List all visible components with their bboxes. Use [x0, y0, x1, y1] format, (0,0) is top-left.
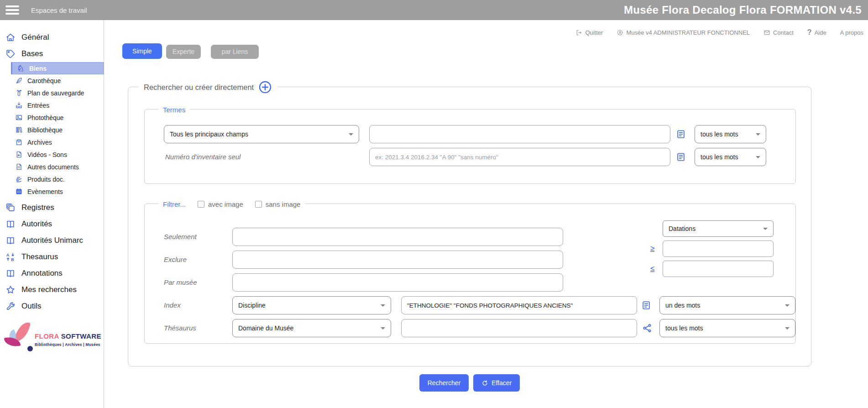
question-mark-icon: ?	[807, 28, 812, 37]
exclude-label: Exclure	[164, 251, 187, 269]
index-list-picker-icon[interactable]	[676, 129, 686, 140]
inventory-number-input[interactable]	[369, 148, 670, 166]
chevron-down-icon	[349, 133, 353, 136]
thesaurus-value-input[interactable]	[401, 319, 637, 337]
index-label: Index	[164, 296, 181, 314]
document-icon	[15, 163, 23, 171]
sidebar-item-autres-documents[interactable]: Autres documents	[11, 161, 104, 173]
sidebar-item-label: Autorités	[21, 220, 52, 229]
sidebar-item-label: Entrées	[27, 102, 49, 109]
sidebar-item-label: Général	[21, 33, 49, 42]
sidebar: Général Bases ♘ Biens Carothèque Plan de…	[0, 20, 104, 408]
by-museum-label: Par musée	[164, 273, 197, 292]
search-button[interactable]: Rechercher	[419, 374, 469, 392]
chevron-down-icon	[785, 304, 790, 307]
tab-simple[interactable]: Simple	[122, 43, 162, 59]
inbox-download-icon	[15, 101, 23, 109]
hierarchy-share-icon[interactable]	[642, 323, 652, 334]
sidebar-item-label: Carothèque	[27, 77, 61, 84]
workspace-label[interactable]: Espaces de travail	[31, 6, 87, 14]
menu-icon[interactable]	[5, 5, 19, 15]
logout-icon	[575, 29, 582, 36]
sidebar-item-entrees[interactable]: Entrées	[11, 99, 104, 111]
thesaurus-match-mode-select[interactable]: tous les mots	[659, 319, 795, 337]
feather-icon	[15, 77, 23, 84]
wrench-icon	[5, 301, 16, 311]
panel-legend-label: Rechercher ou créer directement	[144, 83, 254, 92]
svg-text:B: B	[11, 257, 14, 262]
add-record-button[interactable]	[258, 80, 272, 94]
chevron-down-icon	[381, 327, 385, 330]
sidebar-item-label: Thesaurus	[21, 252, 58, 262]
filter-legend: Filtrer... avec image sans image	[158, 199, 305, 209]
sidebar-item-annotations[interactable]: Annotations	[0, 265, 104, 282]
sidebar-item-phototheque[interactable]: Photothèque	[11, 111, 104, 124]
sidebar-item-autorites[interactable]: Autorités	[0, 216, 104, 232]
sidebar-item-produits-doc[interactable]: Produits doc.	[11, 173, 104, 185]
sidebar-item-thesaurus[interactable]: AB Thesaurus	[0, 249, 104, 265]
main-search-input[interactable]	[369, 125, 670, 143]
sidebar-item-label: Archives	[27, 139, 52, 146]
utility-bar: Quitter Musée v4 ADMINISTRATEUR FONCTION…	[104, 26, 863, 38]
tab-experte[interactable]: Experte	[166, 45, 201, 59]
datation-min-input[interactable]	[663, 241, 774, 257]
by-museum-input[interactable]	[232, 273, 563, 292]
sidebar-item-label: Photothèque	[27, 114, 63, 121]
chevron-down-icon	[756, 133, 760, 136]
inventory-number-label: Numéro d'inventaire seul	[165, 148, 241, 166]
sidebar-item-label: Plan de sauvegarde	[27, 89, 84, 97]
logo-brand-secondary: SOFTWARE	[61, 332, 101, 340]
sidebar-item-videos-sons[interactable]: Vidéos - Sons	[11, 148, 104, 161]
index-value-input[interactable]	[401, 296, 637, 314]
inventory-match-mode-select[interactable]: tous les mots	[695, 148, 766, 166]
index-list-picker-icon[interactable]	[676, 152, 686, 162]
sidebar-item-registres[interactable]: Registres	[0, 199, 104, 216]
user-account-link[interactable]: Musée v4 ADMINISTRATEUR FONCTIONNEL	[617, 29, 750, 36]
sidebar-item-plan-de-sauvegarde[interactable]: Plan de sauvegarde	[11, 87, 104, 99]
sidebar-item-label: Autres documents	[27, 163, 79, 171]
sidebar-item-bibliotheque[interactable]: Bibliothèque	[11, 124, 104, 136]
only-label: Seulement	[164, 228, 197, 246]
datation-field-select[interactable]: Datations	[663, 220, 774, 237]
without-image-checkbox[interactable]: sans image	[255, 200, 301, 208]
sidebar-item-autorites-unimarc[interactable]: Autorités Unimarc	[0, 232, 104, 249]
sidebar-item-archives[interactable]: Archives	[11, 136, 104, 148]
checkbox-icon	[198, 201, 204, 208]
clear-button[interactable]: Effacer	[473, 374, 520, 392]
index-match-mode-select[interactable]: un des mots	[659, 296, 795, 314]
sidebar-item-bases[interactable]: Bases	[0, 46, 104, 62]
star-icon	[5, 285, 16, 295]
termes-legend: Termes	[158, 105, 190, 115]
sidebar-item-mes-recherches[interactable]: Mes recherches	[0, 282, 104, 298]
open-book-icon	[5, 268, 16, 278]
about-link[interactable]: A propos	[840, 29, 863, 36]
index-field-select[interactable]: Discipline	[232, 296, 391, 314]
exclude-input[interactable]	[232, 251, 563, 269]
sidebar-item-evenements[interactable]: Evènements	[11, 185, 104, 198]
sidebar-item-biens[interactable]: ♘ Biens	[11, 62, 104, 74]
user-circle-icon	[617, 29, 623, 36]
chevron-down-icon	[763, 228, 768, 230]
sidebar-item-carotheque[interactable]: Carothèque	[11, 74, 104, 87]
form-actions: Rechercher Effacer	[128, 374, 811, 392]
search-field-select[interactable]: Tous les principaux champs	[164, 125, 359, 143]
flora-flower-icon	[5, 321, 34, 353]
contact-link[interactable]: Contact	[763, 29, 794, 36]
tag-icon	[5, 49, 16, 59]
search-mode-tabs: Simple Experte par Liens	[122, 43, 259, 59]
filter-fieldset: Filtrer... avec image sans image Seuleme…	[144, 204, 796, 344]
quit-link[interactable]: Quitter	[575, 29, 603, 36]
sidebar-item-outils[interactable]: Outils	[0, 298, 104, 314]
help-link[interactable]: ? Aide	[807, 28, 826, 37]
chevron-down-icon	[381, 304, 385, 307]
main-match-mode-select[interactable]: tous les mots	[695, 125, 766, 143]
with-image-checkbox[interactable]: avec image	[198, 200, 243, 208]
tab-par-liens[interactable]: par Liens	[211, 45, 259, 59]
sidebar-item-general[interactable]: Général	[0, 29, 104, 46]
datation-max-input[interactable]	[663, 261, 774, 277]
main-content: Quitter Musée v4 ADMINISTRATEUR FONCTION…	[104, 20, 868, 408]
sidebar-item-label: Produits doc.	[27, 176, 65, 183]
only-input[interactable]	[232, 228, 563, 246]
thesaurus-field-select[interactable]: Domaine du Musée	[232, 319, 391, 337]
index-list-picker-icon[interactable]	[641, 300, 651, 311]
